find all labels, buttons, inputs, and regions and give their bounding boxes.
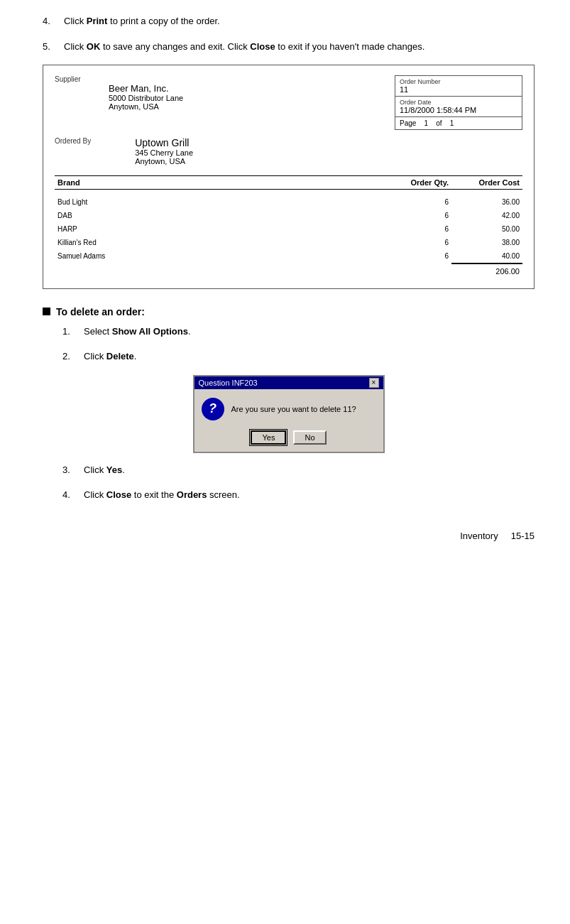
delete-step-1-num: 1. [62, 325, 84, 339]
step-4-num: 4. [43, 14, 64, 28]
delete-step-1: 1. Select Show All Options. [62, 325, 535, 339]
step-5-num: 5. [43, 40, 64, 54]
table-row: Killian's Red 6 38.00 [55, 236, 522, 249]
brand-cell: Samuel Adams [55, 249, 352, 263]
order-number-label: Order Number [400, 78, 517, 85]
ordered-by-label: Ordered By [55, 137, 91, 145]
bottom-step-4: 4. Click Close to exit the Orders screen… [62, 488, 535, 502]
cost-cell: 42.00 [451, 209, 522, 222]
brand-cell: Bud Light [55, 195, 352, 209]
col-cost: Order Cost [451, 176, 522, 190]
dialog-question-icon: ? [202, 398, 224, 420]
bottom-step-4-num: 4. [62, 488, 84, 502]
step-5: 5. Click OK to save any changes and exit… [43, 40, 535, 54]
order-number-value: 11 [400, 85, 517, 94]
delete-step-2-text: Click Delete. [84, 349, 535, 364]
page-total: 1 [450, 119, 454, 127]
dialog-titlebar: Question INF203 × [194, 376, 383, 389]
page-num: 1 [424, 119, 428, 127]
dialog-buttons: Yes No [194, 426, 383, 452]
ordered-by-address2: Anytown, USA [135, 157, 193, 165]
supplier-name: Beer Man, Inc. [109, 83, 183, 94]
footer-left: Inventory [460, 531, 498, 541]
dialog-wrapper: Question INF203 × ? Are you sure you wan… [43, 375, 535, 453]
supplier-address1: 5000 Distributor Lane [109, 94, 183, 102]
qty-cell: 6 [352, 209, 451, 222]
delete-section-heading: To delete an order: [43, 306, 535, 317]
footer-right: 15-15 [511, 531, 535, 541]
qty-cell: 6 [352, 195, 451, 209]
delete-step-2-num: 2. [62, 349, 84, 364]
bottom-step-3-num: 3. [62, 463, 84, 477]
order-date-value: 11/8/2000 1:58:44 PM [400, 106, 517, 114]
ordered-by-address1: 345 Cherry Lane [135, 148, 193, 157]
table-row: Samuel Adams 6 40.00 [55, 249, 522, 263]
page-label: Page [400, 119, 416, 127]
qty-cell: 6 [352, 249, 451, 263]
page-footer: Inventory 15-15 [43, 531, 535, 541]
dialog-box: Question INF203 × ? Are you sure you wan… [193, 375, 385, 453]
footer-text: Inventory 15-15 [460, 531, 535, 541]
dialog-close-button[interactable]: × [369, 378, 379, 388]
page-row: Page 1 of 1 [395, 117, 522, 129]
col-brand: Brand [55, 176, 352, 190]
brand-cell: HARP [55, 222, 352, 236]
delete-step-1-text: Select Show All Options. [84, 325, 535, 339]
ordered-by-block: Ordered By Uptown Grill 345 Cherry Lane … [55, 137, 522, 165]
qty-cell: 6 [352, 222, 451, 236]
delete-step-2: 2. Click Delete. [62, 349, 535, 364]
supplier-address2: Anytown, USA [109, 102, 183, 111]
order-number-row: Order Number 11 [395, 76, 522, 97]
bullet-icon [43, 308, 50, 315]
brand-cell: Killian's Red [55, 236, 352, 249]
dialog-no-button[interactable]: No [293, 430, 326, 445]
brand-cell: DAB [55, 209, 352, 222]
of-label: of [436, 119, 442, 127]
bottom-step-3: 3. Click Yes. [62, 463, 535, 477]
table-row: DAB 6 42.00 [55, 209, 522, 222]
table-row: Bud Light 6 36.00 [55, 195, 522, 209]
step-4-text: Click Print to print a copy of the order… [64, 14, 535, 28]
step-5-text: Click OK to save any changes and exit. C… [64, 40, 535, 54]
bottom-step-4-text: Click Close to exit the Orders screen. [84, 488, 535, 502]
total-value: 206.00 [451, 263, 522, 278]
receipt-box: Supplier Beer Man, Inc. 5000 Distributor… [43, 65, 535, 289]
bottom-step-3-text: Click Yes. [84, 463, 535, 477]
dialog-message: Are you sure you want to delete 11? [231, 405, 356, 413]
receipt-table: Brand Order Qty. Order Cost Bud Light 6 … [55, 175, 522, 278]
cost-cell: 36.00 [451, 195, 522, 209]
col-qty: Order Qty. [352, 176, 451, 190]
order-date-label: Order Date [400, 99, 517, 106]
receipt-header: Supplier Beer Man, Inc. 5000 Distributor… [55, 75, 522, 130]
cost-cell: 38.00 [451, 236, 522, 249]
receipt-info-box: Order Number 11 Order Date 11/8/2000 1:5… [395, 75, 522, 130]
order-date-row: Order Date 11/8/2000 1:58:44 PM [395, 97, 522, 117]
dialog-body: ? Are you sure you want to delete 11? [194, 389, 383, 426]
total-row: 206.00 [55, 263, 522, 278]
supplier-block: Supplier Beer Man, Inc. 5000 Distributor… [55, 75, 183, 130]
ordered-by-name: Uptown Grill [135, 137, 193, 148]
delete-heading-text: To delete an order: [56, 306, 145, 317]
dialog-yes-button[interactable]: Yes [251, 430, 286, 445]
qty-cell: 6 [352, 236, 451, 249]
cost-cell: 50.00 [451, 222, 522, 236]
cost-cell: 40.00 [451, 249, 522, 263]
step-4: 4. Click Print to print a copy of the or… [43, 14, 535, 28]
table-row: HARP 6 50.00 [55, 222, 522, 236]
dialog-title: Question INF203 [199, 379, 258, 387]
supplier-label: Supplier [55, 75, 183, 83]
